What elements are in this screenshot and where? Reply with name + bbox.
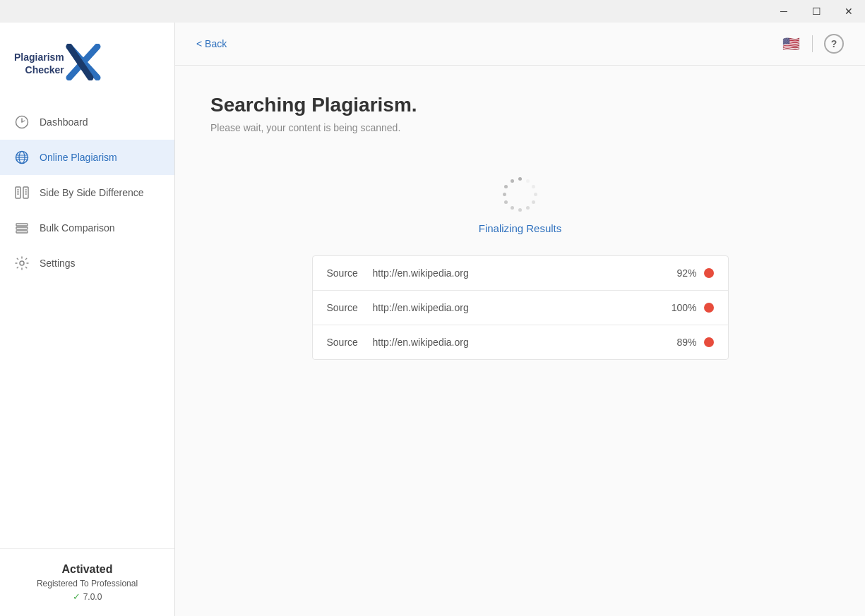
globe-icon (14, 150, 30, 165)
maximize-button[interactable]: ☐ (800, 0, 833, 23)
sidebar-item-sbs-label: Side By Side Difference (40, 187, 144, 198)
svg-rect-18 (16, 227, 28, 229)
result-percent: 89% (676, 337, 696, 348)
sidebar-item-online-plagiarism[interactable]: Online Plagiarism (0, 140, 174, 175)
nav-items: Dashboard Online Plagiarism (0, 104, 174, 548)
title-bar: ─ ☐ ✕ (0, 0, 865, 23)
logo-line2: Checker (25, 64, 64, 76)
close-button[interactable]: ✕ (833, 0, 865, 23)
result-dot (704, 268, 714, 278)
app-container: Plagiarism Checker (0, 23, 865, 616)
sidebar-item-side-by-side[interactable]: Side By Side Difference (0, 175, 174, 210)
minimize-button[interactable]: ─ (768, 0, 800, 23)
result-percent: 92% (676, 267, 696, 279)
logo-text-left: Plagiarism Checker (14, 51, 64, 76)
sidebar: Plagiarism Checker (0, 23, 175, 616)
app-logo: Plagiarism Checker (14, 44, 101, 83)
bulk-icon (14, 220, 30, 236)
sidebar-item-online-label: Online Plagiarism (40, 152, 117, 163)
result-label: Source (327, 337, 373, 348)
table-row: Sourcehttp://en.wikipedia.org89% (313, 325, 728, 359)
svg-point-20 (20, 261, 24, 265)
sidebar-footer: Activated Registered To Professional ✓ 7… (0, 548, 174, 616)
logo-area: Plagiarism Checker (0, 23, 174, 97)
top-bar: < Back 🇺🇸 ? (175, 23, 865, 66)
back-button[interactable]: < Back (196, 38, 227, 49)
main-content: < Back 🇺🇸 ? Searching Plagiarism. Please… (175, 23, 865, 616)
sidebar-item-bulk-comparison[interactable]: Bulk Comparison (0, 210, 174, 246)
table-row: Sourcehttp://en.wikipedia.org100% (313, 291, 728, 325)
language-flag[interactable]: 🇺🇸 (781, 37, 801, 51)
spinner-area: Finalizing Results (210, 176, 830, 234)
results-table: Sourcehttp://en.wikipedia.org92%Sourceht… (312, 255, 729, 360)
version-text: ✓ 7.0.0 (14, 591, 160, 602)
svg-rect-19 (16, 231, 28, 233)
activated-text: Activated (14, 563, 160, 576)
top-bar-right: 🇺🇸 ? (781, 34, 844, 54)
loading-spinner (501, 176, 539, 214)
result-label: Source (327, 267, 373, 279)
settings-icon (14, 255, 30, 271)
result-url: http://en.wikipedia.org (373, 337, 677, 348)
result-dot (704, 303, 714, 313)
result-dot (704, 337, 714, 347)
sidebar-item-dashboard[interactable]: Dashboard (0, 104, 174, 140)
svg-rect-17 (16, 224, 28, 226)
top-bar-divider (812, 35, 813, 52)
result-percent: 100% (672, 302, 697, 313)
content-area: Searching Plagiarism. Please wait, your … (175, 66, 865, 616)
finalizing-text: Finalizing Results (479, 222, 562, 234)
help-button[interactable]: ? (824, 34, 844, 54)
sidebar-item-bulk-label: Bulk Comparison (40, 222, 115, 234)
sidebar-item-dashboard-label: Dashboard (40, 116, 88, 128)
version-number: 7.0.0 (83, 592, 102, 602)
dashboard-icon (14, 114, 30, 130)
logo-line1: Plagiarism (14, 51, 64, 64)
result-url: http://en.wikipedia.org (373, 302, 672, 313)
svg-rect-10 (23, 187, 28, 198)
sidebar-item-settings[interactable]: Settings (0, 246, 174, 281)
logo-x-mark (66, 44, 101, 83)
result-url: http://en.wikipedia.org (373, 267, 677, 279)
check-icon: ✓ (73, 591, 80, 602)
result-label: Source (327, 302, 373, 313)
sbs-icon (14, 185, 30, 200)
page-subtitle: Please wait, your content is being scann… (210, 122, 400, 133)
registered-text: Registered To Professional (14, 579, 160, 588)
svg-rect-9 (16, 187, 20, 198)
table-row: Sourcehttp://en.wikipedia.org92% (313, 256, 728, 291)
sidebar-item-settings-label: Settings (40, 258, 76, 269)
title-bar-controls: ─ ☐ ✕ (768, 0, 865, 23)
page-title: Searching Plagiarism. (210, 94, 417, 116)
